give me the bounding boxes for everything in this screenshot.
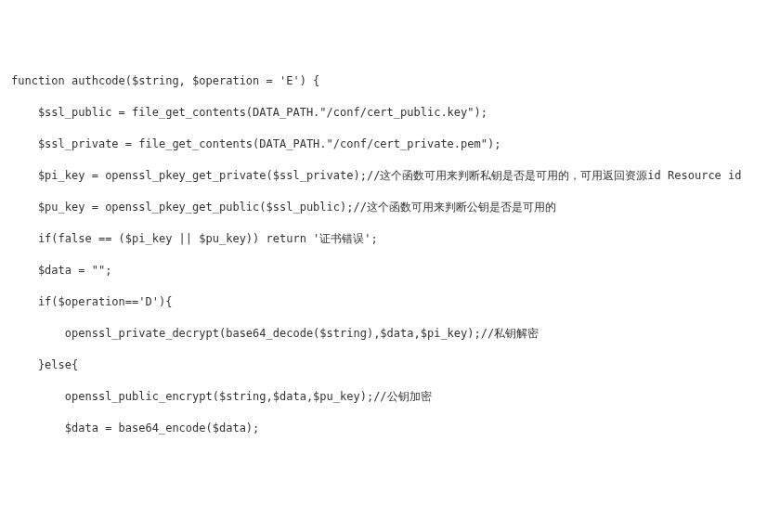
code-line [11,310,756,326]
code-line [11,184,756,200]
code-line [11,215,756,231]
code-line [11,89,756,105]
code-line: $data = base64_encode($data); [11,421,756,436]
code-line: openssl_public_encrypt($string,$data,$pu… [11,389,756,405]
code-line: $pi_key = openssl_pkey_get_private($ssl_… [11,168,756,184]
code-line: $pu_key = openssl_pkey_get_public($ssl_p… [11,200,756,215]
code-line: function authcode($string, $operation = … [11,73,756,89]
code-line: $ssl_private = file_get_contents(DATA_PA… [11,136,756,152]
code-line: }else{ [11,357,756,373]
code-line: $data = ""; [11,263,756,279]
code-line [11,342,756,357]
code-line: if(false == ($pi_key || $pu_key)) return… [11,231,756,247]
code-block: function authcode($string, $operation = … [11,73,756,436]
code-line [11,247,756,263]
code-line: if($operation=='D'){ [11,294,756,310]
code-line [11,152,756,168]
code-line: openssl_private_decrypt(base64_decode($s… [11,326,756,342]
code-line [11,279,756,294]
code-line [11,405,756,421]
code-line [11,373,756,389]
code-line: $ssl_public = file_get_contents(DATA_PAT… [11,105,756,121]
code-line [11,121,756,136]
